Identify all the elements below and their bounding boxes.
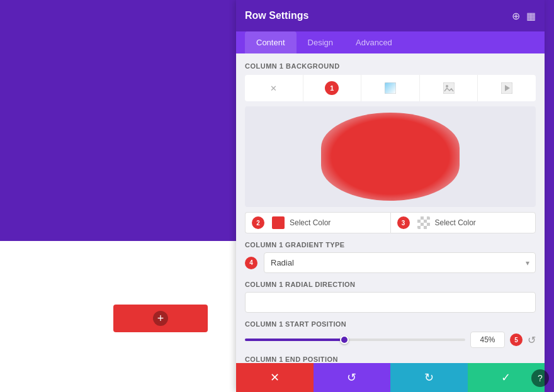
gradient-type-select[interactable]: Linear Radial Conic xyxy=(264,252,536,273)
gradient-type-select-wrapper: Linear Radial Conic ▾ xyxy=(264,252,536,273)
svg-point-2 xyxy=(446,85,448,87)
bg-section-label: Column 1 Background xyxy=(245,62,536,70)
start-pos-controls: 5 ↺ xyxy=(245,332,536,348)
end-pos-label: Column 1 End Position xyxy=(245,356,536,363)
bg-type-row: ✕ 1 xyxy=(245,75,536,101)
header-icons: ⊕ ▦ xyxy=(512,10,536,22)
radial-dir-label: Column 1 Radial Direction xyxy=(245,281,536,288)
badge-2: 2 xyxy=(252,216,264,229)
color-sel-left[interactable]: 2 Select Color xyxy=(245,212,390,233)
plus-icon: + xyxy=(153,311,168,326)
gradient-type-label: Column 1 Gradient Type xyxy=(245,241,536,249)
tab-advanced[interactable]: Advanced xyxy=(344,31,404,53)
tab-content[interactable]: Content xyxy=(245,31,297,53)
start-pos-reset-icon[interactable]: ↺ xyxy=(528,334,536,346)
add-row-button[interactable]: + xyxy=(113,305,208,332)
row-settings-panel: Row Settings ⊕ ▦ Content Design Advanced… xyxy=(236,0,545,392)
panel-tabs: Content Design Advanced xyxy=(236,31,545,53)
bg-type-color[interactable]: 1 xyxy=(303,75,362,101)
panel-content: Column 1 Background ✕ 1 xyxy=(236,53,545,363)
start-pos-row: Column 1 Start Position 5 ↺ xyxy=(245,320,536,348)
gradient-type-row: Column 1 Gradient Type 4 Linear Radial C… xyxy=(245,241,536,273)
cancel-button[interactable]: ✕ xyxy=(236,363,314,392)
start-pos-label: Column 1 Start Position xyxy=(245,320,536,328)
panel-title: Row Settings xyxy=(245,10,308,21)
start-pos-thumb[interactable] xyxy=(340,335,349,344)
svg-rect-1 xyxy=(443,82,455,94)
radial-dir-input[interactable] xyxy=(245,292,536,313)
video-icon xyxy=(501,82,512,94)
checker-dot-right xyxy=(417,216,430,229)
bg-type-gradient[interactable] xyxy=(361,75,420,101)
reset-button[interactable]: ↺ xyxy=(314,363,391,392)
grid-icon[interactable]: ▦ xyxy=(526,10,536,22)
color-preview xyxy=(245,106,536,207)
color-sel-right[interactable]: 3 Select Color xyxy=(390,212,536,233)
corner-help-icon[interactable]: ? xyxy=(531,369,549,387)
radial-dir-row: Column 1 Radial Direction xyxy=(245,281,536,313)
panel-footer: ✕ ↺ ↻ ✓ xyxy=(236,363,545,392)
panel-header: Row Settings ⊕ ▦ xyxy=(236,0,545,31)
badge-4: 4 xyxy=(245,257,257,269)
color-dot-left xyxy=(272,216,285,229)
gradient-icon xyxy=(385,82,396,94)
badge-5: 5 xyxy=(510,333,523,346)
end-pos-row: Column 1 End Position 6 ↺ xyxy=(245,356,536,363)
bg-type-image[interactable] xyxy=(420,75,478,101)
tab-design[interactable]: Design xyxy=(297,31,344,53)
bg-type-none[interactable]: ✕ xyxy=(245,75,303,101)
color-left-label: Select Color xyxy=(290,218,331,227)
redo-button[interactable]: ↻ xyxy=(390,363,468,392)
radial-gradient-preview xyxy=(321,113,460,201)
start-pos-track[interactable] xyxy=(245,339,465,341)
badge-1: 1 xyxy=(325,81,339,95)
fullscreen-icon[interactable]: ⊕ xyxy=(512,10,520,22)
bg-type-video[interactable] xyxy=(478,75,536,101)
color-right-label: Select Color xyxy=(435,218,476,227)
badge-3: 3 xyxy=(397,216,410,229)
start-pos-fill xyxy=(245,339,344,341)
start-pos-value[interactable] xyxy=(470,332,505,348)
image-icon xyxy=(443,82,455,94)
color-selectors: 2 Select Color 3 Select Color xyxy=(245,212,536,233)
svg-rect-0 xyxy=(385,82,396,94)
